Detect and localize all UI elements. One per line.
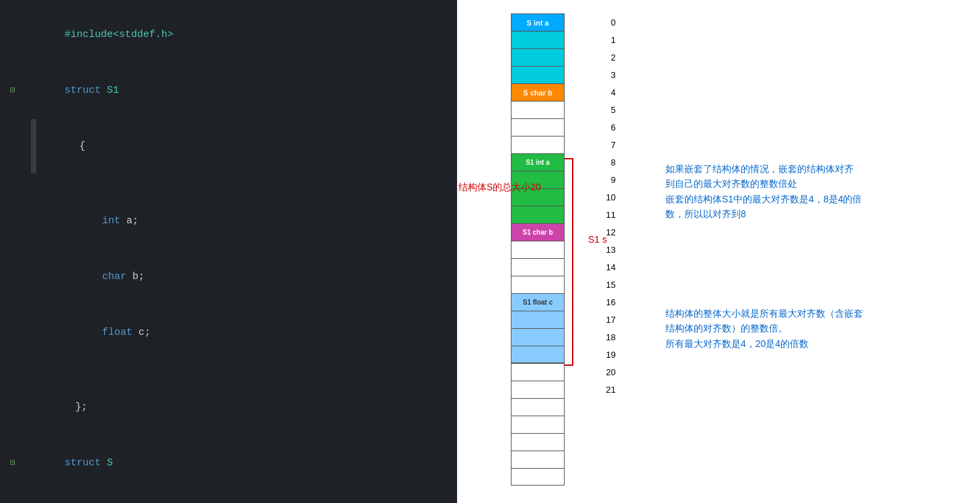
memory-diagram: S int a 0 1 2 3 S char b 4 5 — [511, 13, 591, 486]
mem-box-8: S1 int a — [511, 153, 565, 171]
explain-line-1: 如果嵌套了结构体的情况，嵌套的结构体对齐 — [665, 161, 862, 176]
mem-box-23 — [511, 416, 565, 433]
mem-box-20 — [511, 363, 565, 381]
mem-idx-19: 19 — [594, 350, 618, 360]
mem-idx-5: 5 — [594, 105, 618, 115]
code-line-9: }; — [0, 379, 457, 435]
mem-cell-17: 17 — [511, 311, 591, 328]
mem-cell-11: 11 — [511, 206, 591, 223]
explain-line-3: 嵌套的结构体S1中的最大对齐数是4，8是4的倍 — [665, 192, 862, 206]
line-content-10: struct S — [26, 436, 457, 490]
gutter-2: ⊟ — [0, 81, 26, 100]
right-panel: S int a 0 1 2 3 S char b 4 5 — [457, 0, 980, 503]
explain-line-4: 数，所以以对齐到8 — [665, 206, 862, 221]
mem-cell-16: S1 float c 16 — [511, 293, 591, 311]
mem-box-18 — [511, 328, 565, 346]
mem-idx-3: 3 — [594, 70, 618, 80]
mem-idx-6: 6 — [594, 122, 618, 132]
mem-idx-8: 8 — [594, 157, 618, 167]
code-line-8 — [0, 360, 457, 379]
code-line-5: int a; — [0, 193, 457, 249]
line-content-7: float c; — [26, 305, 457, 360]
mem-box-5 — [511, 101, 565, 118]
mem-box-4: S char b — [511, 83, 565, 101]
mem-idx-21: 21 — [594, 385, 618, 395]
code-token: struct — [65, 85, 107, 96]
total-size-label: 结构体S的总大小20 — [458, 182, 541, 192]
gutter-10: ⊟ — [0, 454, 26, 472]
mem-box-13 — [511, 241, 565, 258]
code-line-6: char b; — [0, 249, 457, 305]
line-content-9: }; — [26, 380, 457, 434]
s1-s-label: S1 s — [588, 234, 607, 245]
mem-idx-2: 2 — [594, 52, 618, 63]
mem-box-21 — [511, 381, 565, 398]
mem-cell-23 — [511, 416, 591, 433]
mem-idx-17: 17 — [594, 315, 618, 325]
mem-box-0: S int a — [511, 13, 565, 31]
code-token: S1 — [107, 85, 119, 96]
mem-cell-26 — [511, 468, 591, 486]
mem-box-7 — [511, 136, 565, 153]
mem-idx-18: 18 — [594, 332, 618, 342]
mem-box-11 — [511, 206, 565, 223]
mem-cell-0: S int a 0 — [511, 13, 591, 31]
code-panel: #include<stddef.h> ⊟ struct S1 { int a; … — [0, 0, 457, 503]
mem-box-24 — [511, 433, 565, 451]
mem-box-1 — [511, 31, 565, 48]
mem-box-19 — [511, 346, 565, 363]
mem-idx-1: 1 — [594, 35, 618, 45]
mem-box-6 — [511, 118, 565, 136]
mem-box-15 — [511, 276, 565, 293]
mem-box-17 — [511, 311, 565, 328]
line-content-6: char b; — [26, 249, 457, 304]
explain-line-2: 到自己的最大对齐数的整数倍处 — [665, 176, 862, 191]
code-line-7: float c; — [0, 305, 457, 360]
code-line-1: #include<stddef.h> — [0, 7, 457, 63]
code-line-2: ⊟ struct S1 — [0, 63, 457, 118]
explain-line-5: 结构体的整体大小就是所有最大对齐数（含嵌套 — [665, 306, 863, 321]
fold-icon-10[interactable]: ⊟ — [10, 454, 15, 472]
code-line-10: ⊟ struct S — [0, 435, 457, 491]
mem-cell-19: 19 — [511, 346, 591, 363]
code-line-3: { — [0, 118, 457, 174]
mem-cell-1: 1 — [511, 31, 591, 48]
mem-box-22 — [511, 398, 565, 416]
mem-cell-12: S1 char b 12 — [511, 223, 591, 241]
mem-cell-7: 7 — [511, 136, 591, 153]
mem-box-25 — [511, 451, 565, 468]
mem-cell-8: S1 int a 8 — [511, 153, 591, 171]
explain-line-7: 所有最大对齐数是4，20是4的倍数 — [665, 336, 863, 351]
mem-idx-14: 14 — [594, 262, 618, 272]
mem-idx-16: 16 — [594, 297, 618, 307]
mem-box-16: S1 float c — [511, 293, 565, 311]
fold-icon-2[interactable]: ⊟ — [10, 81, 15, 100]
mem-cell-4: S char b 4 — [511, 83, 591, 101]
mem-cell-13: 13 — [511, 241, 591, 258]
code-token: #include<stddef.h> — [65, 29, 173, 40]
explain-box-1: 如果嵌套了结构体的情况，嵌套的结构体对齐 到自己的最大对齐数的整数倍处 嵌套的结… — [665, 161, 862, 222]
mem-cell-21: 21 — [511, 381, 591, 398]
mem-idx-13: 13 — [594, 245, 618, 255]
mem-idx-10: 10 — [594, 192, 618, 202]
line-content-5: int a; — [26, 194, 457, 248]
mem-idx-4: 4 — [594, 87, 618, 98]
mem-cell-18: 18 — [511, 328, 591, 346]
code-line-11: { — [0, 491, 457, 503]
line-content-1: #include<stddef.h> — [26, 7, 457, 62]
mem-cell-2: 2 — [511, 48, 591, 66]
line-content-3: { — [39, 119, 457, 173]
line-content-2: struct S1 — [26, 63, 457, 118]
mem-cell-20: 20 — [511, 363, 591, 381]
mem-box-26 — [511, 468, 565, 486]
s1-s-annotation: S1 s — [588, 234, 607, 245]
mem-cell-3: 3 — [511, 66, 591, 83]
mem-cell-22: 22 — [511, 398, 591, 416]
line-content-11: { — [26, 492, 457, 503]
mem-box-12: S1 char b — [511, 223, 565, 241]
mem-cell-6: 6 — [511, 118, 591, 136]
mem-box-3 — [511, 66, 565, 83]
total-size-annotation: 结构体S的总大小20 — [458, 182, 541, 194]
mem-cell-5: 5 — [511, 101, 591, 118]
mem-idx-11: 11 — [594, 210, 618, 220]
